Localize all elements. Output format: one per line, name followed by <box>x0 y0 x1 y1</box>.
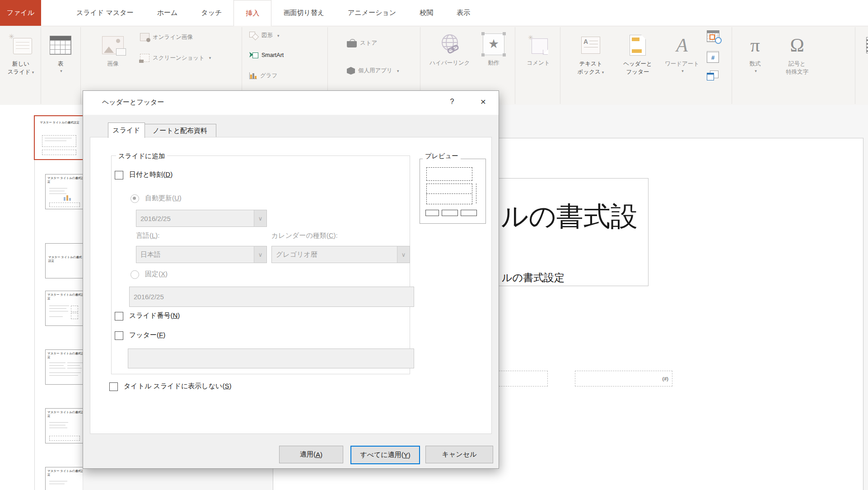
personal-apps-icon <box>347 67 355 75</box>
comment-button[interactable]: ✳ コメント <box>520 30 556 67</box>
chart-icon <box>249 72 257 79</box>
video-button[interactable]: ビデオ ▾ <box>858 31 868 74</box>
screenshot-button[interactable]: スクリーンショット▾ <box>140 54 211 62</box>
chevron-down-icon: ▾ <box>755 69 757 74</box>
fixed-date-radio[interactable] <box>131 270 139 279</box>
group-separator <box>560 27 560 104</box>
combo-chevron-icon: ∨ <box>397 246 410 263</box>
object-icon <box>707 71 719 80</box>
footer-checkbox-label[interactable]: フッター(F) <box>129 331 165 339</box>
group-separator <box>515 27 515 104</box>
auto-date-combobox[interactable]: 2016/2/25 ∨ <box>136 210 267 227</box>
tab-transitions[interactable]: 画面切り替え <box>271 0 336 26</box>
personal-apps-button[interactable]: 個人用アプリ▾ <box>347 67 399 75</box>
new-slide-button[interactable]: ✳ 新しい スライド▾ <box>3 31 39 75</box>
shapes-button[interactable]: 図形▾ <box>249 32 280 39</box>
dialog-title-bar[interactable]: ヘッダーとフッター ? × <box>83 91 499 115</box>
auto-update-radio[interactable] <box>131 194 139 203</box>
symbol-button[interactable]: Ω 記号と 特殊文字 <box>773 31 821 75</box>
layout-thumbnail[interactable]: マスター タイトルの書式設定 <box>45 174 83 209</box>
equation-button[interactable]: π 数式 ▾ <box>740 31 770 74</box>
header-footer-icon <box>630 35 646 56</box>
apply-button[interactable]: 適用(A) <box>279 446 343 463</box>
wordart-button[interactable]: A ワードアート ▾ <box>662 31 702 74</box>
symbol-icon: Ω <box>790 36 804 55</box>
powerpoint-window: ファイル スライド マスター ホーム タッチ 挿入 画面切り替え アニメーション… <box>0 0 868 490</box>
object-button[interactable] <box>707 71 719 82</box>
fixed-date-input[interactable]: 2016/2/25 <box>129 287 414 307</box>
dont-show-on-title-checkbox-label[interactable]: タイトル スライドに表示しない(S) <box>124 382 231 391</box>
dialog-title: ヘッダーとフッター <box>102 98 164 107</box>
date-time-insert-button[interactable] <box>707 30 719 44</box>
calendar-type-combobox[interactable]: グレゴリオ暦 ∨ <box>271 246 410 263</box>
group-separator <box>41 27 41 104</box>
online-image-icon <box>140 33 149 41</box>
action-button[interactable]: ★ 動作 <box>478 30 509 67</box>
auto-update-radio-label[interactable]: 自動更新(U) <box>145 194 182 203</box>
header-footer-dialog: ヘッダーとフッター ? × スライド ノートと配布資料 スライドに追加 日付と時… <box>83 90 499 469</box>
master-hierarchy-line <box>34 158 35 490</box>
action-icon: ★ <box>483 33 504 55</box>
layout-thumbnail[interactable]: マスター タイトルの書式設定 <box>45 408 83 443</box>
layout-thumbnail[interactable]: マスター タイトルの書式設定 <box>45 349 83 385</box>
group-label-add-to-slide: スライドに追加 <box>116 152 167 160</box>
chart-button[interactable]: グラフ <box>249 72 277 80</box>
date-time-checkbox[interactable] <box>115 171 123 179</box>
slide-number-insert-button[interactable]: # <box>707 51 719 63</box>
calendar-type-label: カレンダーの種類(C): <box>271 231 338 240</box>
layout-thumbnail[interactable]: マスター タイトルの書式設定 <box>45 291 83 326</box>
preview-number-box <box>461 210 477 216</box>
store-button[interactable]: ストア <box>347 39 377 47</box>
textbox-icon: A <box>581 37 600 54</box>
new-slide-icon: ✳ <box>9 34 33 56</box>
ribbon-tabs: スライド マスター ホーム タッチ 挿入 画面切り替え アニメーション 校閲 表… <box>65 0 482 26</box>
dialog-tab-slide[interactable]: スライド <box>108 122 145 138</box>
dialog-tab-notes-handouts[interactable]: ノートと配布資料 <box>144 124 216 138</box>
slide-thumbnail-panel: マスター タイトルの書式設定 マスター タイトルの書式設定 マスター タイトルの… <box>0 105 83 490</box>
slide-body-text[interactable]: ルの書式設定 <box>502 271 565 285</box>
chevron-down-icon: ▾ <box>60 69 62 74</box>
chevron-down-icon: ▾ <box>277 33 280 38</box>
layout-thumbnail[interactable]: マスター タイトルの書式設定 <box>45 467 83 490</box>
language-combobox[interactable]: 日本語 ∨ <box>136 246 267 263</box>
preview-date-box <box>425 210 439 216</box>
tab-touch[interactable]: タッチ <box>189 0 233 26</box>
footer-checkbox[interactable] <box>115 331 123 340</box>
tab-view[interactable]: 表示 <box>445 0 482 26</box>
table-button[interactable]: 表 ▾ <box>44 31 77 74</box>
cancel-button[interactable]: キャンセル <box>425 446 493 463</box>
apply-to-all-button[interactable]: すべてに適用(Y) <box>350 446 420 464</box>
header-footer-button[interactable]: ヘッダーと フッター <box>615 31 660 75</box>
tab-file[interactable]: ファイル <box>0 0 41 26</box>
tab-review[interactable]: 校閲 <box>408 0 445 26</box>
layout-thumbnail[interactable]: マスター タイトルの書式設定 <box>45 243 83 278</box>
footer-text-input[interactable] <box>128 349 414 368</box>
close-icon[interactable]: × <box>477 96 490 107</box>
equation-icon: π <box>750 36 760 55</box>
master-slide-thumbnail[interactable]: マスター タイトルの書式設定 <box>34 115 83 160</box>
store-icon <box>347 39 357 47</box>
slide-number-icon: # <box>707 51 719 63</box>
smartart-button[interactable]: SmartArt <box>249 52 284 59</box>
date-time-checkbox-label[interactable]: 日付と時刻(D) <box>129 170 173 179</box>
help-icon[interactable]: ? <box>447 98 457 106</box>
slide-number-checkbox[interactable] <box>115 312 123 320</box>
fixed-date-radio-label[interactable]: 固定(X) <box>145 270 168 278</box>
tab-slide-master[interactable]: スライド マスター <box>65 0 145 26</box>
preview-label: プレビュー <box>423 152 461 160</box>
online-image-button[interactable]: オンライン画像 <box>140 33 193 41</box>
chevron-down-icon: ▾ <box>397 69 399 73</box>
preview-thumbnail <box>420 159 486 224</box>
shapes-icon <box>249 32 258 39</box>
slide-number-checkbox-label[interactable]: スライド番号(N) <box>129 311 180 320</box>
tab-home[interactable]: ホーム <box>145 0 190 26</box>
slide-title-text[interactable]: ルの書式設 <box>501 198 638 235</box>
image-button[interactable]: 画像 <box>96 31 130 68</box>
slide-number-placeholder[interactable]: (#) <box>575 371 672 386</box>
textbox-button[interactable]: A テキスト ボックス▾ <box>570 31 611 75</box>
tab-insert[interactable]: 挿入 <box>233 0 271 26</box>
tab-animations[interactable]: アニメーション <box>336 0 408 26</box>
table-icon <box>50 36 71 55</box>
hyperlink-button[interactable]: ハイパーリンク <box>424 30 476 67</box>
dont-show-on-title-checkbox[interactable] <box>109 382 118 391</box>
